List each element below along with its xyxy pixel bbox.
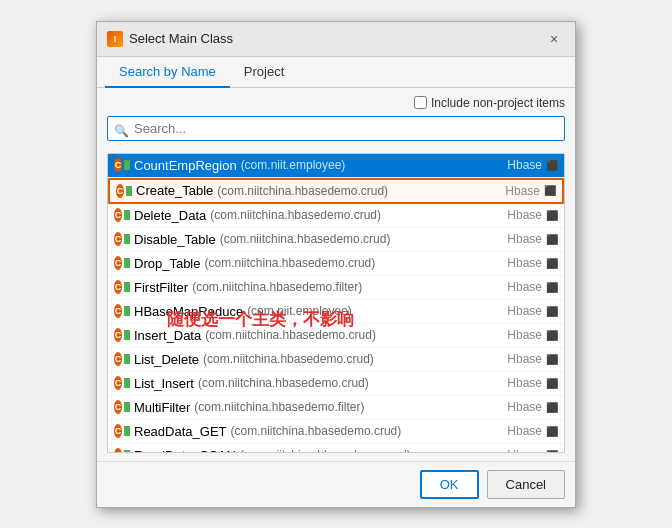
class-icon: C xyxy=(114,423,130,439)
list-item[interactable]: CDelete_Data (com.niitchina.hbasedemo.cr… xyxy=(108,204,564,228)
list-item[interactable]: CFirstFilter (com.niitchina.hbasedemo.fi… xyxy=(108,276,564,300)
dialog-content: Include non-project items 🔍 CCountEmpReg… xyxy=(97,88,575,461)
cancel-button[interactable]: Cancel xyxy=(487,470,565,499)
leaf-icon xyxy=(124,160,130,170)
title-bar-left: I Select Main Class xyxy=(107,31,233,47)
dialog-footer: OK Cancel xyxy=(97,461,575,507)
item-package: (com.niitchina.hbasedemo.crud) xyxy=(240,448,411,453)
list-item[interactable]: CInsert_Data (com.niitchina.hbasedemo.cr… xyxy=(108,324,564,348)
item-name: FirstFilter xyxy=(134,280,188,295)
list-item[interactable]: CList_Insert (com.niitchina.hbasedemo.cr… xyxy=(108,372,564,396)
item-module: Hbase xyxy=(507,208,546,222)
module-scroll-icon: ⬛ xyxy=(546,450,558,453)
item-module: Hbase xyxy=(507,352,546,366)
item-name: HBaseMapReduce xyxy=(134,304,243,319)
include-non-project-text: Include non-project items xyxy=(431,96,565,110)
list-item[interactable]: CCreate_Table (com.niitchina.hbasedemo.c… xyxy=(108,178,564,204)
list-relative-container: CCountEmpRegion (com.niit.employee)Hbase… xyxy=(107,153,565,453)
class-icon: C xyxy=(114,157,130,173)
leaf-icon xyxy=(124,450,130,453)
leaf-icon xyxy=(124,378,130,388)
item-package: (com.niitchina.hbasedemo.crud) xyxy=(217,184,388,198)
list-item[interactable]: CDisable_Table (com.niitchina.hbasedemo.… xyxy=(108,228,564,252)
app-icon: I xyxy=(107,31,123,47)
tab-search-by-name[interactable]: Search by Name xyxy=(105,57,230,88)
module-scroll-icon: ⬛ xyxy=(546,282,558,293)
options-row: Include non-project items xyxy=(107,96,565,110)
leaf-icon xyxy=(124,282,130,292)
module-scroll-icon: ⬛ xyxy=(546,330,558,341)
item-module: Hbase xyxy=(507,158,546,172)
item-package: (com.niitchina.hbasedemo.crud) xyxy=(205,256,376,270)
item-module: Hbase xyxy=(507,328,546,342)
item-package: (com.niitchina.hbasedemo.crud) xyxy=(205,328,376,342)
class-icon: C xyxy=(114,255,130,271)
class-icon: C xyxy=(114,447,130,453)
item-package: (com.niitchina.hbasedemo.filter) xyxy=(192,280,362,294)
item-package: (com.niitchina.hbasedemo.crud) xyxy=(231,424,402,438)
item-name: ReadData_GET xyxy=(134,424,227,439)
class-icon: C xyxy=(114,375,130,391)
module-scroll-icon: ⬛ xyxy=(546,210,558,221)
list-item[interactable]: CList_Delete (com.niitchina.hbasedemo.cr… xyxy=(108,348,564,372)
item-package: (com.niit.employee) xyxy=(241,158,346,172)
list-item[interactable]: CMultiFilter (com.niitchina.hbasedemo.fi… xyxy=(108,396,564,420)
leaf-icon xyxy=(124,402,130,412)
module-scroll-icon: ⬛ xyxy=(546,234,558,245)
item-module: Hbase xyxy=(507,304,546,318)
item-name: Disable_Table xyxy=(134,232,216,247)
item-name: Insert_Data xyxy=(134,328,201,343)
item-module: Hbase xyxy=(507,256,546,270)
item-name: CountEmpRegion xyxy=(134,158,237,173)
item-module: Hbase xyxy=(507,424,546,438)
leaf-icon xyxy=(124,330,130,340)
item-module: Hbase xyxy=(505,184,544,198)
tab-project[interactable]: Project xyxy=(230,57,298,88)
ok-button[interactable]: OK xyxy=(420,470,479,499)
leaf-icon xyxy=(124,306,130,316)
class-icon: C xyxy=(114,279,130,295)
item-module: Hbase xyxy=(507,400,546,414)
item-package: (com.niitchina.hbasedemo.filter) xyxy=(194,400,364,414)
class-icon: C xyxy=(114,231,130,247)
item-name: List_Insert xyxy=(134,376,194,391)
include-non-project-checkbox[interactable] xyxy=(414,96,427,109)
module-scroll-icon: ⬛ xyxy=(546,402,558,413)
item-name: List_Delete xyxy=(134,352,199,367)
class-icon: C xyxy=(114,303,130,319)
list-item[interactable]: CReadData_SCAN (com.niitchina.hbasedemo.… xyxy=(108,444,564,453)
module-scroll-icon: ⬛ xyxy=(546,354,558,365)
module-scroll-icon: ⬛ xyxy=(546,160,558,171)
class-list[interactable]: CCountEmpRegion (com.niit.employee)Hbase… xyxy=(107,153,565,453)
item-name: Create_Table xyxy=(136,183,213,198)
class-icon: C xyxy=(116,183,132,199)
close-button[interactable]: × xyxy=(543,28,565,50)
search-input[interactable] xyxy=(107,116,565,141)
class-icon: C xyxy=(114,207,130,223)
item-name: Delete_Data xyxy=(134,208,206,223)
class-icon: C xyxy=(114,351,130,367)
leaf-icon xyxy=(124,426,130,436)
tabs-bar: Search by Name Project xyxy=(97,57,575,88)
leaf-icon xyxy=(124,258,130,268)
leaf-icon xyxy=(126,186,132,196)
module-scroll-icon: ⬛ xyxy=(546,306,558,317)
item-module: Hbase xyxy=(507,448,546,453)
title-bar: I Select Main Class × xyxy=(97,22,575,57)
list-item[interactable]: CDrop_Table (com.niitchina.hbasedemo.cru… xyxy=(108,252,564,276)
item-package: (com.niitchina.hbasedemo.crud) xyxy=(203,352,374,366)
list-item[interactable]: CHBaseMapReduce (com.niit.employee)Hbase… xyxy=(108,300,564,324)
list-item[interactable]: CCountEmpRegion (com.niit.employee)Hbase… xyxy=(108,154,564,178)
item-name: ReadData_SCAN xyxy=(134,448,236,453)
leaf-icon xyxy=(124,210,130,220)
include-non-project-label[interactable]: Include non-project items xyxy=(414,96,565,110)
module-scroll-icon: ⬛ xyxy=(544,185,556,196)
class-icon: C xyxy=(114,399,130,415)
dialog-title: Select Main Class xyxy=(129,31,233,46)
item-package: (com.niitchina.hbasedemo.crud) xyxy=(220,232,391,246)
list-item[interactable]: CReadData_GET (com.niitchina.hbasedemo.c… xyxy=(108,420,564,444)
leaf-icon xyxy=(124,354,130,364)
item-name: Drop_Table xyxy=(134,256,201,271)
class-icon: C xyxy=(114,327,130,343)
module-scroll-icon: ⬛ xyxy=(546,258,558,269)
